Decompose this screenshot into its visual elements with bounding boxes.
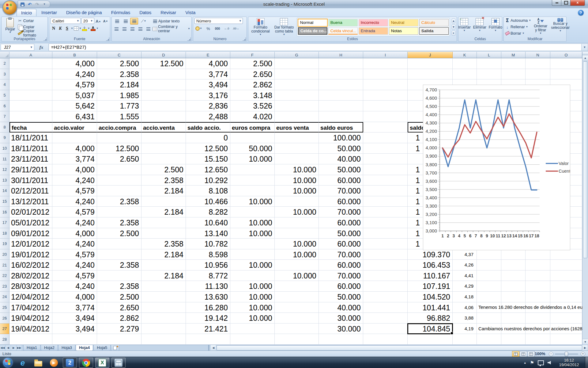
cell-L3[interactable] (477, 69, 501, 80)
row-header-20[interactable]: 20 (0, 249, 9, 260)
cell-N20[interactable] (526, 249, 550, 260)
col-header-K[interactable]: K (453, 52, 477, 58)
col-header-C[interactable]: C (97, 52, 141, 58)
cell-A7[interactable] (9, 111, 52, 122)
cell-I9[interactable] (363, 132, 408, 143)
cell-E4[interactable]: 3,494 (186, 79, 230, 90)
cell-F23[interactable]: 10.000 (230, 281, 275, 292)
row-header-2[interactable]: 2 (0, 58, 9, 69)
cell-G22[interactable]: 10.000 (275, 270, 319, 281)
cell-E25[interactable]: 16.280 (186, 302, 230, 313)
col-header-E[interactable]: E (186, 52, 230, 58)
shrink-font-button[interactable]: A▼ (102, 18, 109, 25)
cell-B28[interactable] (52, 334, 97, 345)
cell-G20[interactable]: 10.000 (275, 249, 319, 260)
cell-A17[interactable]: 05/01/2012 (9, 217, 52, 228)
taskbar-app-blue-button[interactable] (63, 358, 77, 368)
format-painter-button[interactable]: Copiar formato (18, 30, 46, 36)
cell-B25[interactable]: 3,774 (52, 302, 97, 313)
cell-H7[interactable] (319, 111, 363, 122)
cell-H4[interactable] (319, 79, 363, 90)
cell-H22[interactable]: 70.000 (319, 270, 363, 281)
cell-H17[interactable]: 60.000 (319, 217, 363, 228)
col-header-J[interactable]: J (408, 52, 453, 58)
first-sheet-button[interactable]: ◀◀ (0, 345, 6, 351)
cell-I28[interactable] (363, 334, 408, 345)
cell-style-2[interactable]: Buena (328, 19, 358, 26)
cell-F10[interactable]: 50.000 (230, 143, 275, 154)
cell-F3[interactable]: 2.650 (230, 69, 275, 80)
cell-A12[interactable]: 29/11/2011 (9, 164, 52, 175)
cell-D9[interactable] (141, 132, 186, 143)
undo-button[interactable]: ↶ (27, 2, 33, 7)
cell-B24[interactable]: 4,000 (52, 292, 97, 302)
cell-L28[interactable] (477, 334, 501, 345)
cell-G2[interactable] (275, 58, 319, 69)
cell-D13[interactable]: 2.358 (141, 175, 186, 186)
cell-D6[interactable] (141, 101, 186, 111)
row-header-21[interactable]: 21 (0, 260, 9, 270)
help-button[interactable]: ? (578, 10, 584, 16)
cell-D5[interactable] (141, 90, 186, 101)
decrease-indent-button[interactable] (137, 25, 144, 32)
vertical-scroll-thumb[interactable] (583, 61, 587, 258)
cell-B20[interactable]: 4,579 (52, 249, 97, 260)
cell-E23[interactable]: 11.130 (186, 281, 230, 292)
cell-I11[interactable] (363, 154, 408, 164)
row-header-26[interactable]: 26 (0, 313, 9, 324)
cell-I12[interactable] (363, 164, 408, 175)
align-left-button[interactable] (113, 25, 120, 32)
cell-B16[interactable]: 4,579 (52, 207, 97, 217)
cell-O26[interactable] (550, 313, 582, 324)
cell-D18[interactable] (141, 228, 186, 239)
cell-G23[interactable] (275, 281, 319, 292)
cell-E22[interactable]: 8.772 (186, 270, 230, 281)
cell-N3[interactable] (526, 69, 550, 80)
cell-style-5[interactable]: Cálculo (419, 19, 449, 26)
orientation-button[interactable]: ⟋▼ (139, 18, 149, 25)
col-header-M[interactable]: M (501, 52, 526, 58)
cell-B8[interactable]: accio.valor (52, 122, 97, 133)
cell-C15[interactable]: 2.358 (97, 196, 141, 207)
cell-E18[interactable]: 13.140 (186, 228, 230, 239)
cell-J24[interactable]: 104.520 (408, 292, 453, 302)
cell-L2[interactable] (477, 58, 501, 69)
cell-L27[interactable]: Cambiamos nuestros derechos por acciones… (477, 324, 501, 334)
cell-A13[interactable]: 30/11/2011 (9, 175, 52, 186)
show-desktop-button[interactable] (585, 357, 588, 368)
cell-G14[interactable]: 10.000 (275, 186, 319, 196)
cell-I7[interactable] (363, 111, 408, 122)
cell-J20[interactable]: 109.370 (408, 249, 453, 260)
cell-F22[interactable] (230, 270, 275, 281)
show-hidden-icons-button[interactable]: ▲ (524, 361, 526, 364)
cell-E27[interactable]: 21.421 (186, 324, 230, 334)
cell-L22[interactable] (477, 270, 501, 281)
row-header-11[interactable]: 11 (0, 154, 9, 164)
autosum-button[interactable]: ΣAutosuma▼ (505, 18, 531, 24)
cell-D15[interactable] (141, 196, 186, 207)
align-top-button[interactable] (113, 18, 121, 25)
cell-F4[interactable]: 2.862 (230, 79, 275, 90)
cell-N23[interactable] (526, 281, 550, 292)
row-header-13[interactable]: 13 (0, 175, 9, 186)
percent-style-button[interactable]: % (204, 25, 212, 32)
cell-H10[interactable]: 50.000 (319, 143, 363, 154)
find-select-button[interactable]: Buscar y seleccionar ▼ (550, 18, 571, 36)
cell-K27[interactable]: 4,19 (453, 324, 477, 334)
fill-handle[interactable] (450, 332, 453, 335)
cell-C26[interactable]: 2.862 (97, 313, 141, 324)
horizontal-scroll-thumb[interactable] (217, 345, 582, 351)
cell-G8[interactable]: euros venta (275, 122, 319, 133)
cell-L23[interactable] (477, 281, 501, 292)
row-header-14[interactable]: 14 (0, 186, 9, 196)
cell-C13[interactable] (97, 175, 141, 186)
conditional-formatting-button[interactable]: Formato condicional ▼ (250, 18, 271, 36)
normal-view-button[interactable] (512, 351, 519, 357)
accounting-format-button[interactable]: ▼ (194, 25, 203, 32)
gallery-up-button[interactable]: ▲ (452, 18, 455, 23)
cell-B18[interactable]: 4,000 (52, 228, 97, 239)
row-header-10[interactable]: 10 (0, 143, 9, 154)
cell-E28[interactable] (186, 334, 230, 345)
font-size-combo[interactable]: 20▼ (81, 18, 94, 24)
cell-H8[interactable]: saldo euros (319, 122, 363, 133)
